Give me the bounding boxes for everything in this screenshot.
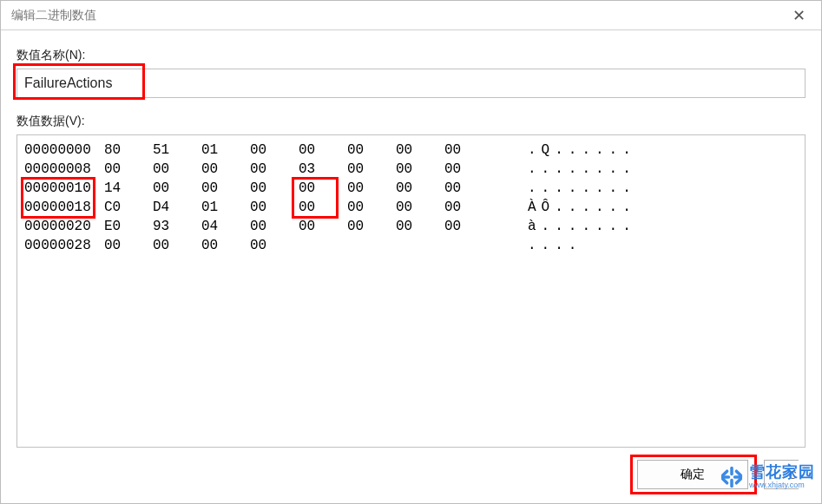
hex-byte[interactable]: 00 xyxy=(299,217,347,236)
hex-byte[interactable]: 03 xyxy=(299,160,347,179)
hex-byte[interactable]: 00 xyxy=(250,217,299,236)
window-title: 编辑二进制数值 xyxy=(8,8,784,23)
hex-byte[interactable]: 00 xyxy=(347,141,396,160)
hex-byte[interactable]: 93 xyxy=(153,217,201,236)
data-label: 数值数据(V): xyxy=(16,114,806,129)
hex-ascii: à....... xyxy=(493,217,636,236)
hex-byte[interactable]: 00 xyxy=(153,160,201,179)
hex-byte[interactable]: 04 xyxy=(201,217,250,236)
hex-byte[interactable]: 00 xyxy=(201,160,250,179)
hex-byte[interactable]: 00 xyxy=(396,160,444,179)
hex-byte[interactable]: 00 xyxy=(299,179,347,198)
button-row: 确定 C xyxy=(16,448,806,496)
hex-byte[interactable] xyxy=(396,236,444,255)
hex-byte[interactable]: 00 xyxy=(396,217,444,236)
hex-byte[interactable]: 00 xyxy=(396,198,444,217)
hex-byte[interactable]: 00 xyxy=(153,236,201,255)
hex-byte[interactable]: 00 xyxy=(396,179,444,198)
hex-offset: 00000018 xyxy=(24,198,104,217)
hex-offset: 00000000 xyxy=(24,141,104,160)
hex-byte[interactable]: C0 xyxy=(104,198,153,217)
cancel-button-partial[interactable]: C xyxy=(764,460,799,489)
hex-byte[interactable] xyxy=(347,236,396,255)
hex-byte[interactable]: 01 xyxy=(201,198,250,217)
hex-byte[interactable]: 00 xyxy=(347,217,396,236)
titlebar: 编辑二进制数值 ✕ xyxy=(1,1,821,30)
hex-byte[interactable]: D4 xyxy=(153,198,201,217)
hex-ascii: .Q...... xyxy=(493,141,636,160)
hex-byte[interactable]: 00 xyxy=(201,179,250,198)
hex-byte[interactable]: 00 xyxy=(347,160,396,179)
hex-byte[interactable]: 00 xyxy=(299,141,347,160)
dialog-window: 编辑二进制数值 ✕ 数值名称(N): 数值数据(V): 000000008051… xyxy=(0,0,822,504)
hex-ascii: ........ xyxy=(493,179,636,198)
hex-byte[interactable]: 14 xyxy=(104,179,153,198)
hex-byte[interactable]: 80 xyxy=(104,141,153,160)
hex-byte[interactable] xyxy=(299,236,347,255)
hex-byte[interactable]: 00 xyxy=(250,198,299,217)
hex-row: 000000008051010000000000.Q...... xyxy=(24,141,798,160)
value-name-input[interactable] xyxy=(16,69,806,98)
hex-ascii: .... xyxy=(493,236,582,255)
hex-row: 00000018C0D4010000000000ÀÔ...... xyxy=(24,198,798,217)
hex-offset: 00000010 xyxy=(24,179,104,198)
hex-byte[interactable]: 51 xyxy=(153,141,201,160)
hex-row: 0000002800000000.... xyxy=(24,236,798,255)
hex-byte[interactable]: 00 xyxy=(250,160,299,179)
hex-byte[interactable]: 00 xyxy=(444,217,493,236)
hex-editor[interactable]: 000000008051010000000000.Q......00000008… xyxy=(16,134,806,448)
hex-byte[interactable]: 00 xyxy=(104,160,153,179)
hex-byte[interactable]: 00 xyxy=(201,236,250,255)
hex-byte[interactable]: 00 xyxy=(347,179,396,198)
hex-byte[interactable]: 00 xyxy=(104,236,153,255)
hex-row: 00000020E093040000000000à....... xyxy=(24,217,798,236)
hex-byte[interactable]: 00 xyxy=(444,198,493,217)
hex-byte[interactable]: 00 xyxy=(444,141,493,160)
hex-ascii: ÀÔ...... xyxy=(493,198,636,217)
hex-byte[interactable]: 00 xyxy=(396,141,444,160)
hex-offset: 00000008 xyxy=(24,160,104,179)
hex-offset: 00000028 xyxy=(24,236,104,255)
hex-byte[interactable]: 00 xyxy=(444,160,493,179)
hex-row: 000000080000000003000000........ xyxy=(24,160,798,179)
hex-byte[interactable]: 00 xyxy=(250,236,299,255)
hex-offset: 00000020 xyxy=(24,217,104,236)
hex-byte[interactable]: 00 xyxy=(347,198,396,217)
hex-byte[interactable]: 00 xyxy=(250,141,299,160)
hex-byte[interactable] xyxy=(444,236,493,255)
hex-byte[interactable]: 00 xyxy=(250,179,299,198)
hex-byte[interactable]: 00 xyxy=(299,198,347,217)
ok-button[interactable]: 确定 xyxy=(637,460,748,489)
content-area: 数值名称(N): 数值数据(V): 0000000080510100000000… xyxy=(1,30,821,503)
hex-byte[interactable]: 00 xyxy=(444,179,493,198)
hex-row: 000000101400000000000000........ xyxy=(24,179,798,198)
close-icon[interactable]: ✕ xyxy=(784,3,814,29)
hex-byte[interactable]: E0 xyxy=(104,217,153,236)
name-label: 数值名称(N): xyxy=(16,48,806,63)
hex-byte[interactable]: 01 xyxy=(201,141,250,160)
hex-ascii: ........ xyxy=(493,160,636,179)
hex-byte[interactable]: 00 xyxy=(153,179,201,198)
